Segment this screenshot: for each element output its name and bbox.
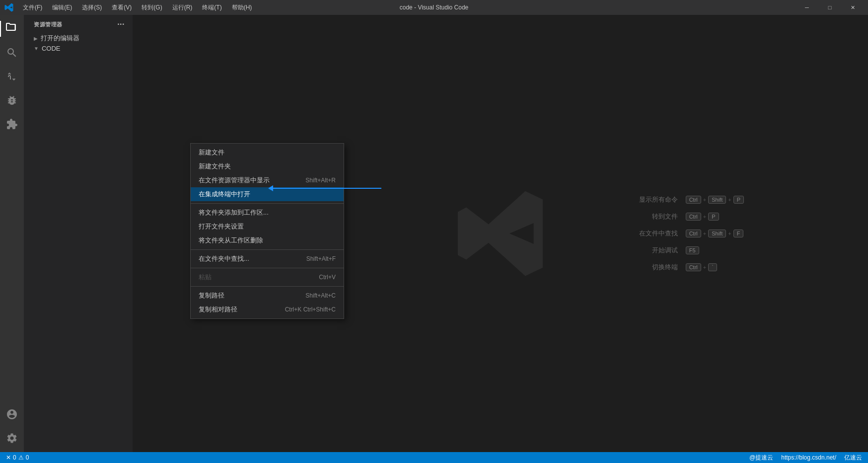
ctx-new-file[interactable]: 新建文件 [191,146,344,159]
ctx-separator-1 [191,203,344,204]
kbd-ctrl2: Ctrl [686,213,701,221]
kbd-sep: + [703,197,706,203]
ctx-copy-relative-path[interactable]: 复制相对路径 Ctrl+K Ctrl+Shift+C [191,303,344,316]
ctx-add-workspace[interactable]: 将文件夹添加到工作区... [191,206,344,220]
watermark-logo-icon [451,184,550,283]
folder-label: CODE [42,45,61,52]
account-icon [6,408,18,420]
welcome-shortcuts: 显示所有命令 Ctrl + Shift + P 转到文件 Ctrl + P 在文 [628,195,744,272]
status-brand[interactable]: 亿速云 [842,454,864,462]
menu-help[interactable]: 帮助(H) [227,1,257,14]
sidebar-title: 资源管理器 [34,21,63,28]
ctx-separator-3 [191,268,344,268]
kbd-shift: Shift [708,196,726,204]
menu-bar: 文件(F) 编辑(E) 选择(S) 查看(V) 转到(G) 运行(R) 终端(T… [18,1,257,14]
vscode-watermark [451,184,550,283]
status-user[interactable]: @提速云 [747,454,775,462]
activity-bar [0,15,24,452]
ctx-copy-path-label: 复制路径 [199,291,224,300]
open-editors-item[interactable]: ▶ 打开的编辑器 [24,33,133,44]
shortcut-row-debug: 开始调试 F5 [628,246,744,255]
chevron-down-icon: ▼ [34,46,39,51]
ctx-copy-path[interactable]: 复制路径 Shift+Alt+C [191,289,344,303]
kbd-ctrl3: Ctrl [686,230,701,237]
ctx-paste: 粘贴 Ctrl+V [191,270,344,284]
menu-edit[interactable]: 编辑(E) [47,1,77,14]
settings-icon [6,432,18,444]
status-link[interactable]: https://blog.csdn.net/ [779,454,838,461]
vscode-logo-icon [4,2,14,12]
ctx-show-explorer-shortcut: Shift+Alt+R [305,177,336,184]
source-control-icon [6,71,18,82]
close-button[interactable]: ✕ [841,0,864,15]
kbd-p: P [733,196,744,204]
error-icon: ✕ [6,454,11,461]
menu-goto[interactable]: 转到(G) [137,1,167,14]
sidebar-header: 资源管理器 ··· [24,15,133,32]
ctx-add-workspace-label: 将文件夹添加到工作区... [199,208,269,217]
ctx-paste-shortcut: Ctrl+V [319,274,336,281]
ctx-paste-label: 粘贴 [199,273,212,282]
activity-explorer[interactable] [0,17,24,41]
arrow-line [272,188,381,189]
warning-count: 0 [26,454,29,461]
ctx-new-file-label: 新建文件 [199,148,224,157]
extensions-icon [6,118,18,130]
ctx-find-in-folder-label: 在文件夹中查找... [199,254,249,263]
ctx-remove-folder[interactable]: 将文件夹从工作区删除 [191,233,344,247]
ctx-open-terminal[interactable]: 在集成终端中打开 [191,187,344,201]
shortcut-label-find: 在文件中查找 [628,229,678,238]
statusbar: ✕ 0 ⚠ 0 @提速云 https://blog.csdn.net/ 亿速云 [0,452,868,463]
code-folder-item[interactable]: ▼ CODE [24,44,133,53]
menu-terminal[interactable]: 终端(T) [197,1,226,14]
activity-extensions[interactable] [0,112,24,136]
chevron-right-icon: ▶ [34,36,38,41]
kbd-sep3: + [703,214,706,220]
menu-file[interactable]: 文件(F) [18,1,47,14]
shortcut-keys-terminal: Ctrl + ` [686,263,717,271]
shortcut-label-terminal: 切换终端 [628,263,678,272]
status-errors[interactable]: ✕ 0 ⚠ 0 [4,454,31,461]
kbd-f5: F5 [686,246,699,254]
statusbar-left: ✕ 0 ⚠ 0 [4,454,31,461]
shortcut-label-goto: 转到文件 [628,212,678,221]
kbd-sep4: + [703,231,706,236]
titlebar-left: 文件(F) 编辑(E) 选择(S) 查看(V) 转到(G) 运行(R) 终端(T… [4,1,257,14]
minimize-button[interactable]: ─ [796,0,818,15]
shortcut-row-find: 在文件中查找 Ctrl + Shift + F [628,229,744,238]
shortcut-keys-find: Ctrl + Shift + F [686,230,744,237]
shortcut-keys-goto: Ctrl + P [686,213,719,221]
ctx-open-settings[interactable]: 打开文件夹设置 [191,220,344,233]
kbd-f: F [733,230,744,237]
main-layout: 资源管理器 ··· ▶ 打开的编辑器 ▼ CODE 显示所有命令 [0,15,868,452]
context-menu: 新建文件 新建文件夹 在文件资源管理器中显示 Shift+Alt+R 在集成终端… [190,143,344,319]
ctx-find-in-folder-shortcut: Shift+Alt+F [306,255,336,262]
statusbar-right: @提速云 https://blog.csdn.net/ 亿速云 [747,454,864,462]
titlebar: 文件(F) 编辑(E) 选择(S) 查看(V) 转到(G) 运行(R) 终端(T… [0,0,868,15]
error-count: 0 [13,454,16,461]
search-icon [6,47,18,59]
ctx-separator-4 [191,286,344,287]
ctx-show-explorer[interactable]: 在文件资源管理器中显示 Shift+Alt+R [191,173,344,187]
menu-view[interactable]: 查看(V) [107,1,137,14]
menu-select[interactable]: 选择(S) [77,1,107,14]
kbd-backtick: ` [708,263,717,271]
activity-search[interactable] [0,41,24,65]
shortcut-label-commands: 显示所有命令 [628,195,678,204]
shortcut-keys-debug: F5 [686,246,699,254]
ctx-open-settings-label: 打开文件夹设置 [199,222,244,231]
ctx-find-in-folder[interactable]: 在文件夹中查找... Shift+Alt+F [191,252,344,266]
kbd-shift2: Shift [708,230,726,237]
kbd-sep2: + [728,197,731,203]
activity-settings[interactable] [0,426,24,450]
menu-run[interactable]: 运行(R) [167,1,198,14]
activity-source-control[interactable] [0,65,24,88]
kbd-sep5: + [728,231,731,236]
ctx-show-explorer-label: 在文件资源管理器中显示 [199,176,270,185]
activity-account[interactable] [0,402,24,426]
activity-run-debug[interactable] [0,88,24,112]
ctx-new-folder[interactable]: 新建文件夹 [191,159,344,173]
sidebar-more-button[interactable]: ··· [115,19,127,30]
maximize-button[interactable]: □ [818,0,841,15]
explorer-icon [6,23,18,35]
